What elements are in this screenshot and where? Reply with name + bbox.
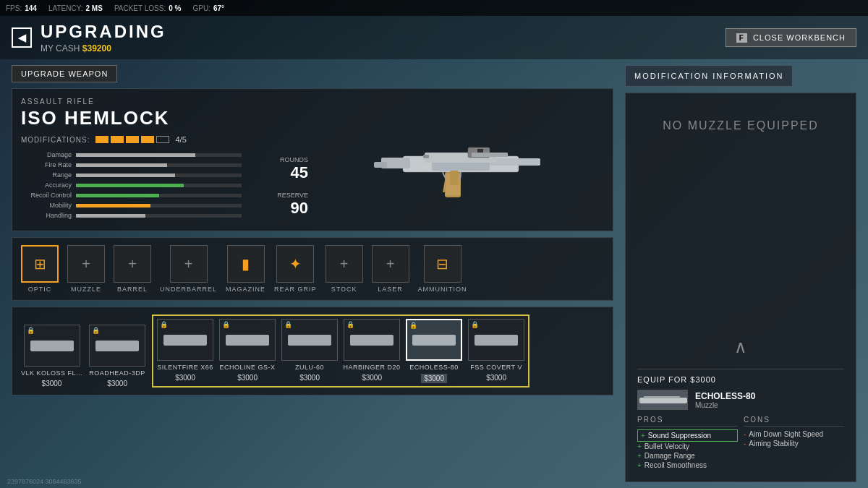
latency-value: 2 MS [86,4,103,12]
attachment-row: ⊞ OPTIC + MUZZLE + BARREL + UNDERBARREL … [12,237,613,301]
cons-header: CONS [744,416,844,427]
stat-label: Range [21,171,72,179]
weapon-stats: ASSAULT RIFLE ISO HEMLOCK MODIFICATIONS:… [21,98,308,222]
item-card-echoless-80[interactable]: 🔒 ECHOLESS-80 $3000 [405,319,463,383]
stat-row: Recoil Control [21,192,242,199]
mod-info-header: MODIFICATION INFORMATION [625,65,793,87]
equip-item-type: Muzzle [695,401,844,409]
item-img [350,335,393,346]
slot-box-laser[interactable]: + [372,245,409,283]
slot-box-rear_grip[interactable]: ✦ [276,245,314,283]
slot-label-muzzle: MUZZLE [71,286,101,293]
ammunition-slot-icon: ⊟ [436,255,448,273]
mod-dot-2 [126,136,139,143]
cash-label: MY CASH [41,43,80,53]
stat-label: Mobility [21,202,72,209]
slot-laser[interactable]: + LASER [372,245,409,293]
modifications-row: MODIFICATIONS: 4/5 [21,135,308,144]
slot-box-stock[interactable]: + [326,245,363,283]
item-card-echoline-gs-x[interactable]: 🔒 ECHOLINE GS-X $3000 [218,319,276,383]
slot-magazine[interactable]: ▮ MAGAZINE [226,245,265,293]
slot-box-muzzle[interactable]: + [67,245,105,283]
stat-bar-bg [76,174,242,177]
stat-label: Fire Rate [21,161,72,168]
back-button[interactable]: ◀ [12,27,32,48]
right-panel: MODIFICATION INFORMATION NO MUZZLE EQUIP… [625,65,856,482]
stat-bar-bg [76,204,242,207]
slot-box-underbarrel[interactable]: + [170,245,208,283]
pros-cons-row: PROS + Sound Suppression+ Bullet Velocit… [637,416,844,470]
item-card-roadhead-3dp[interactable]: 🔒 ROADHEAD-3DP $3000 [88,325,146,388]
pros-item: + Sound Suppression [637,429,738,442]
optic-slot-icon: ⊞ [34,255,46,273]
slot-muzzle[interactable]: + MUZZLE [67,245,105,293]
equip-item-img [637,390,688,410]
barrel-slot-icon: + [128,256,137,273]
slot-optic[interactable]: ⊞ OPTIC [21,245,59,293]
hud-packet-loss: PACKET LOSS: 0 % [114,4,182,12]
slot-box-barrel[interactable]: + [114,245,151,283]
item-name: ZULU-60 [295,364,324,371]
lock-icon: 🔒 [222,321,230,328]
item-img [30,341,74,351]
equip-item-row: ECHOLESS-80 Muzzle [637,390,844,410]
svg-rect-1 [490,158,540,166]
item-box-vlk-koloss[interactable]: 🔒 [24,325,80,367]
stat-label: Handling [21,212,72,219]
hud-latency: LATENCY: 2 MS [48,4,103,12]
slot-box-magazine[interactable]: ▮ [227,245,265,283]
item-box-fss-covert-v[interactable]: 🔒 [468,319,524,361]
item-box-harbinger-d20[interactable]: 🔒 [344,319,400,361]
item-card-vlk-koloss[interactable]: 🔒 VLK KOLOSS FL... $3000 [21,325,82,388]
muzzle-slot-icon: + [82,256,90,273]
item-name: SILENTFIRE X66 [157,364,213,371]
item-box-roadhead-3dp[interactable]: 🔒 [89,325,145,367]
close-workbench-button[interactable]: F CLOSE WORKBENCH [726,28,856,47]
svg-rect-13 [423,155,429,158]
cons-column: CONS - Aim Down Sight Speed- Aiming Stab… [744,416,844,470]
stat-bar-fill [76,184,184,187]
upgrade-weapon-button[interactable]: UPGRADE WEAPON [12,65,117,82]
slot-ammunition[interactable]: ⊟ AMMUNITION [418,245,467,293]
stat-bar-bg [76,194,242,197]
lock-icon: 🔒 [27,327,35,334]
item-price: $3000 [362,374,382,382]
watermark: 2397876024 3064483635 [7,478,82,485]
stat-row: Damage [21,151,242,158]
hud-gpu: GPU: 67° [192,4,224,12]
slot-underbarrel[interactable]: + UNDERBARREL [160,245,217,293]
stat-row: Accuracy [21,181,242,189]
slot-stock[interactable]: + STOCK [326,245,363,293]
item-card-fss-covert-v[interactable]: 🔒 FSS COVERT V $3000 [467,319,525,383]
stat-row: Handling [21,212,242,219]
slot-barrel[interactable]: + BARREL [114,245,151,293]
item-price: $3000 [486,374,506,382]
gpu-value: 67° [213,4,224,12]
cash-line: MY CASH $39200 [41,43,726,53]
fps-label: FPS: [6,4,22,12]
item-card-zulu-60[interactable]: 🔒 ZULU-60 $3000 [281,319,339,383]
slot-rear_grip[interactable]: ✦ REAR GRIP [274,245,317,293]
item-card-harbinger-d20[interactable]: 🔒 HARBINGER D20 $3000 [343,319,401,383]
slot-box-optic[interactable]: ⊞ [21,245,59,283]
item-img [95,341,139,351]
svg-rect-11 [472,153,508,157]
page-title: UPGRADING [41,22,726,42]
item-img [475,335,518,346]
svg-rect-12 [450,171,459,185]
stat-row: Range [21,171,242,179]
pros-item: + Recoil Smoothness [637,461,738,470]
item-box-silentfire-x66[interactable]: 🔒 [157,319,213,361]
lock-icon: 🔒 [346,321,354,328]
lock-icon: 🔒 [92,327,100,334]
rounds-reserve: Rounds 45 Reserve 90 [250,151,308,222]
slot-box-ammunition[interactable]: ⊟ [424,245,461,283]
item-card-silentfire-x66[interactable]: 🔒 SILENTFIRE X66 $3000 [156,319,214,383]
item-box-echoline-gs-x[interactable]: 🔒 [219,319,276,361]
stat-bar-bg [76,184,242,187]
weapon-svg [352,113,569,207]
item-box-echoless-80[interactable]: 🔒 [406,319,462,361]
item-box-zulu-60[interactable]: 🔒 [281,319,338,361]
stat-label: Damage [21,151,72,158]
mod-dot-4 [156,136,169,143]
